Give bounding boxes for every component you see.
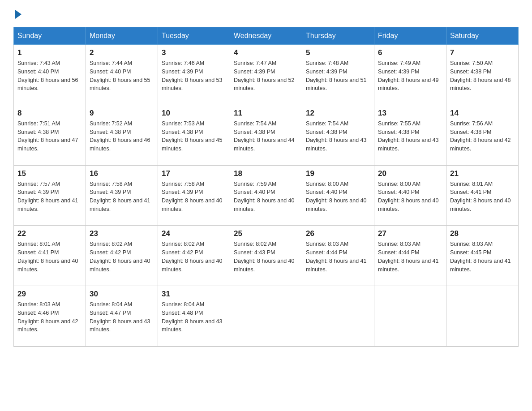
day-info: Sunrise: 7:51 AM Sunset: 4:38 PM Dayligh… <box>17 120 82 162</box>
day-number: 13 <box>378 109 442 118</box>
calendar-cell: 8 Sunrise: 7:51 AM Sunset: 4:38 PM Dayli… <box>14 105 86 165</box>
calendar-cell: 6 Sunrise: 7:49 AM Sunset: 4:39 PM Dayli… <box>374 45 446 105</box>
day-info: Sunrise: 8:03 AM Sunset: 4:44 PM Dayligh… <box>306 240 370 282</box>
calendar-table: SundayMondayTuesdayWednesdayThursdayFrid… <box>13 27 519 347</box>
calendar-week-row: 1 Sunrise: 7:43 AM Sunset: 4:40 PM Dayli… <box>14 45 519 105</box>
day-info: Sunrise: 8:02 AM Sunset: 4:43 PM Dayligh… <box>234 240 298 282</box>
day-info: Sunrise: 8:02 AM Sunset: 4:42 PM Dayligh… <box>162 240 226 282</box>
day-info: Sunrise: 8:02 AM Sunset: 4:42 PM Dayligh… <box>90 240 154 282</box>
day-info: Sunrise: 7:58 AM Sunset: 4:39 PM Dayligh… <box>162 180 226 222</box>
calendar-cell: 22 Sunrise: 8:01 AM Sunset: 4:41 PM Dayl… <box>14 226 86 286</box>
day-info: Sunrise: 7:57 AM Sunset: 4:39 PM Dayligh… <box>17 180 82 222</box>
day-info: Sunrise: 8:03 AM Sunset: 4:44 PM Dayligh… <box>378 240 442 282</box>
day-number: 4 <box>234 48 298 57</box>
calendar-cell <box>230 286 302 347</box>
day-number: 27 <box>378 229 442 238</box>
logo-arrow-icon <box>15 10 21 19</box>
calendar-header-row: SundayMondayTuesdayWednesdayThursdayFrid… <box>14 27 519 45</box>
day-info: Sunrise: 7:54 AM Sunset: 4:38 PM Dayligh… <box>306 120 370 162</box>
calendar-header-wednesday: Wednesday <box>230 27 302 45</box>
day-info: Sunrise: 7:52 AM Sunset: 4:38 PM Dayligh… <box>90 120 154 162</box>
day-number: 2 <box>90 48 154 57</box>
calendar-cell <box>446 286 519 347</box>
calendar-cell: 28 Sunrise: 8:03 AM Sunset: 4:45 PM Dayl… <box>446 226 519 286</box>
day-number: 1 <box>17 48 82 57</box>
day-number: 18 <box>234 169 298 178</box>
day-number: 22 <box>17 229 82 238</box>
day-number: 23 <box>90 229 154 238</box>
calendar-cell: 11 Sunrise: 7:54 AM Sunset: 4:38 PM Dayl… <box>230 105 302 165</box>
day-number: 10 <box>162 109 226 118</box>
day-info: Sunrise: 8:03 AM Sunset: 4:46 PM Dayligh… <box>17 300 82 342</box>
day-info: Sunrise: 7:58 AM Sunset: 4:39 PM Dayligh… <box>90 180 154 222</box>
day-number: 26 <box>306 229 370 238</box>
day-number: 19 <box>306 169 370 178</box>
calendar-cell <box>374 286 446 347</box>
calendar-cell: 19 Sunrise: 8:00 AM Sunset: 4:40 PM Dayl… <box>302 165 374 226</box>
day-info: Sunrise: 7:53 AM Sunset: 4:38 PM Dayligh… <box>162 120 226 162</box>
calendar-cell: 23 Sunrise: 8:02 AM Sunset: 4:42 PM Dayl… <box>86 226 158 286</box>
day-info: Sunrise: 7:48 AM Sunset: 4:39 PM Dayligh… <box>306 59 370 101</box>
calendar-header-thursday: Thursday <box>302 27 374 45</box>
calendar-cell: 17 Sunrise: 7:58 AM Sunset: 4:39 PM Dayl… <box>158 165 230 226</box>
day-info: Sunrise: 8:00 AM Sunset: 4:40 PM Dayligh… <box>378 180 442 222</box>
day-info: Sunrise: 7:59 AM Sunset: 4:40 PM Dayligh… <box>234 180 298 222</box>
calendar-cell: 20 Sunrise: 8:00 AM Sunset: 4:40 PM Dayl… <box>374 165 446 226</box>
calendar-week-row: 22 Sunrise: 8:01 AM Sunset: 4:41 PM Dayl… <box>14 226 519 286</box>
day-info: Sunrise: 7:56 AM Sunset: 4:38 PM Dayligh… <box>450 120 515 162</box>
day-info: Sunrise: 8:00 AM Sunset: 4:40 PM Dayligh… <box>306 180 370 222</box>
calendar-week-row: 8 Sunrise: 7:51 AM Sunset: 4:38 PM Dayli… <box>14 105 519 165</box>
calendar-header-friday: Friday <box>374 27 446 45</box>
day-number: 31 <box>162 290 226 299</box>
day-info: Sunrise: 7:46 AM Sunset: 4:39 PM Dayligh… <box>162 59 226 101</box>
calendar-cell: 16 Sunrise: 7:58 AM Sunset: 4:39 PM Dayl… <box>86 165 158 226</box>
day-number: 30 <box>90 290 154 299</box>
day-info: Sunrise: 7:44 AM Sunset: 4:40 PM Dayligh… <box>90 59 154 101</box>
day-info: Sunrise: 8:04 AM Sunset: 4:47 PM Dayligh… <box>90 300 154 342</box>
calendar-cell: 13 Sunrise: 7:55 AM Sunset: 4:38 PM Dayl… <box>374 105 446 165</box>
day-info: Sunrise: 7:50 AM Sunset: 4:38 PM Dayligh… <box>450 59 515 101</box>
day-info: Sunrise: 8:01 AM Sunset: 4:41 PM Dayligh… <box>450 180 515 222</box>
calendar-cell: 15 Sunrise: 7:57 AM Sunset: 4:39 PM Dayl… <box>14 165 86 226</box>
day-number: 6 <box>378 48 442 57</box>
calendar-header-monday: Monday <box>86 27 158 45</box>
day-number: 11 <box>234 109 298 118</box>
calendar-header-saturday: Saturday <box>446 27 519 45</box>
calendar-cell: 25 Sunrise: 8:02 AM Sunset: 4:43 PM Dayl… <box>230 226 302 286</box>
calendar-cell: 26 Sunrise: 8:03 AM Sunset: 4:44 PM Dayl… <box>302 226 374 286</box>
calendar-cell: 4 Sunrise: 7:47 AM Sunset: 4:39 PM Dayli… <box>230 45 302 105</box>
calendar-cell: 5 Sunrise: 7:48 AM Sunset: 4:39 PM Dayli… <box>302 45 374 105</box>
calendar-cell: 31 Sunrise: 8:04 AM Sunset: 4:48 PM Dayl… <box>158 286 230 347</box>
calendar-cell: 3 Sunrise: 7:46 AM Sunset: 4:39 PM Dayli… <box>158 45 230 105</box>
calendar-header-sunday: Sunday <box>14 27 86 45</box>
day-number: 25 <box>234 229 298 238</box>
day-info: Sunrise: 7:49 AM Sunset: 4:39 PM Dayligh… <box>378 59 442 101</box>
day-info: Sunrise: 7:54 AM Sunset: 4:38 PM Dayligh… <box>234 120 298 162</box>
calendar-cell: 14 Sunrise: 7:56 AM Sunset: 4:38 PM Dayl… <box>446 105 519 165</box>
day-number: 29 <box>17 290 82 299</box>
calendar-week-row: 29 Sunrise: 8:03 AM Sunset: 4:46 PM Dayl… <box>14 286 519 347</box>
calendar-cell: 21 Sunrise: 8:01 AM Sunset: 4:41 PM Dayl… <box>446 165 519 226</box>
calendar-cell: 24 Sunrise: 8:02 AM Sunset: 4:42 PM Dayl… <box>158 226 230 286</box>
calendar-cell: 2 Sunrise: 7:44 AM Sunset: 4:40 PM Dayli… <box>86 45 158 105</box>
day-info: Sunrise: 7:55 AM Sunset: 4:38 PM Dayligh… <box>378 120 442 162</box>
day-number: 28 <box>450 229 515 238</box>
calendar-cell: 30 Sunrise: 8:04 AM Sunset: 4:47 PM Dayl… <box>86 286 158 347</box>
calendar-cell: 12 Sunrise: 7:54 AM Sunset: 4:38 PM Dayl… <box>302 105 374 165</box>
day-number: 16 <box>90 169 154 178</box>
day-info: Sunrise: 8:03 AM Sunset: 4:45 PM Dayligh… <box>450 240 515 282</box>
logo <box>13 9 21 18</box>
calendar-cell: 7 Sunrise: 7:50 AM Sunset: 4:38 PM Dayli… <box>446 45 519 105</box>
day-number: 3 <box>162 48 226 57</box>
day-info: Sunrise: 8:04 AM Sunset: 4:48 PM Dayligh… <box>162 300 226 342</box>
day-info: Sunrise: 7:43 AM Sunset: 4:40 PM Dayligh… <box>17 59 82 101</box>
day-info: Sunrise: 8:01 AM Sunset: 4:41 PM Dayligh… <box>17 240 82 282</box>
calendar-cell: 9 Sunrise: 7:52 AM Sunset: 4:38 PM Dayli… <box>86 105 158 165</box>
day-number: 14 <box>450 109 515 118</box>
day-info: Sunrise: 7:47 AM Sunset: 4:39 PM Dayligh… <box>234 59 298 101</box>
calendar-cell: 18 Sunrise: 7:59 AM Sunset: 4:40 PM Dayl… <box>230 165 302 226</box>
calendar-cell: 27 Sunrise: 8:03 AM Sunset: 4:44 PM Dayl… <box>374 226 446 286</box>
page-header <box>13 9 519 18</box>
day-number: 9 <box>90 109 154 118</box>
calendar-cell <box>302 286 374 347</box>
